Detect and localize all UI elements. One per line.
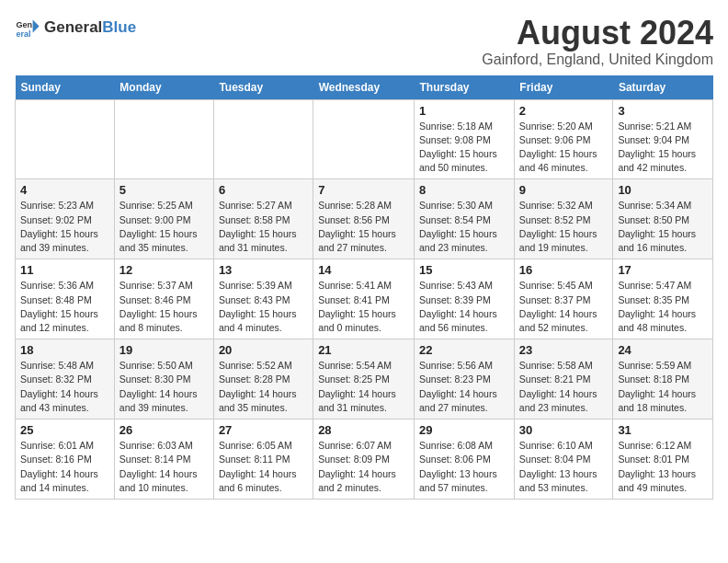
calendar-cell: 30Sunrise: 6:10 AM Sunset: 8:04 PM Dayli…: [514, 419, 613, 500]
title-block: August 2024 Gainford, England, United Ki…: [482, 15, 713, 68]
logo-blue: Blue: [102, 18, 136, 37]
day-info: Sunrise: 6:07 AM Sunset: 8:09 PM Dayligh…: [318, 439, 409, 495]
day-number: 11: [20, 263, 109, 277]
calendar-cell: 7Sunrise: 5:28 AM Sunset: 8:56 PM Daylig…: [313, 179, 415, 259]
calendar-body: 1Sunrise: 5:18 AM Sunset: 9:08 PM Daylig…: [16, 99, 713, 499]
day-info: Sunrise: 6:08 AM Sunset: 8:06 PM Dayligh…: [419, 439, 509, 495]
calendar-cell: 11Sunrise: 5:36 AM Sunset: 8:48 PM Dayli…: [16, 259, 115, 339]
day-of-week-header: Monday: [114, 75, 213, 100]
day-of-week-header: Thursday: [415, 75, 515, 100]
calendar-cell: [114, 99, 213, 179]
day-of-week-header: Sunday: [16, 75, 115, 100]
day-number: 19: [119, 343, 209, 357]
day-number: 7: [318, 183, 409, 197]
day-number: 31: [618, 423, 708, 437]
day-of-week-header: Friday: [514, 75, 613, 100]
day-info: Sunrise: 5:28 AM Sunset: 8:56 PM Dayligh…: [318, 199, 409, 255]
calendar-cell: 27Sunrise: 6:05 AM Sunset: 8:11 PM Dayli…: [213, 419, 313, 500]
day-info: Sunrise: 5:23 AM Sunset: 9:02 PM Dayligh…: [20, 199, 109, 255]
calendar-cell: 3Sunrise: 5:21 AM Sunset: 9:04 PM Daylig…: [613, 99, 713, 179]
calendar-cell: 10Sunrise: 5:34 AM Sunset: 8:50 PM Dayli…: [613, 179, 713, 259]
logo: Gen eral General Blue: [15, 15, 136, 40]
calendar-cell: 12Sunrise: 5:37 AM Sunset: 8:46 PM Dayli…: [114, 259, 213, 339]
day-number: 26: [119, 423, 209, 437]
day-info: Sunrise: 5:45 AM Sunset: 8:37 PM Dayligh…: [519, 279, 609, 335]
day-info: Sunrise: 5:32 AM Sunset: 8:52 PM Dayligh…: [519, 199, 609, 255]
day-info: Sunrise: 6:03 AM Sunset: 8:14 PM Dayligh…: [119, 439, 209, 495]
day-number: 2: [519, 104, 609, 118]
day-number: 25: [20, 423, 109, 437]
calendar-week-row: 1Sunrise: 5:18 AM Sunset: 9:08 PM Daylig…: [16, 99, 713, 179]
day-number: 8: [419, 183, 509, 197]
day-info: Sunrise: 5:25 AM Sunset: 9:00 PM Dayligh…: [119, 199, 209, 255]
svg-text:eral: eral: [16, 29, 30, 39]
calendar-header: SundayMondayTuesdayWednesdayThursdayFrid…: [16, 75, 713, 100]
day-of-week-header: Saturday: [613, 75, 713, 100]
day-info: Sunrise: 5:50 AM Sunset: 8:30 PM Dayligh…: [119, 359, 209, 415]
day-info: Sunrise: 5:43 AM Sunset: 8:39 PM Dayligh…: [419, 279, 509, 335]
calendar-cell: [213, 99, 313, 179]
day-number: 27: [219, 423, 308, 437]
subtitle: Gainford, England, United Kingdom: [482, 52, 713, 68]
day-number: 21: [318, 343, 409, 357]
day-info: Sunrise: 6:01 AM Sunset: 8:16 PM Dayligh…: [20, 439, 109, 495]
svg-text:Gen: Gen: [16, 20, 32, 29]
day-info: Sunrise: 5:52 AM Sunset: 8:28 PM Dayligh…: [219, 359, 308, 415]
day-info: Sunrise: 5:30 AM Sunset: 8:54 PM Dayligh…: [419, 199, 509, 255]
day-number: 18: [20, 343, 109, 357]
day-info: Sunrise: 5:41 AM Sunset: 8:41 PM Dayligh…: [318, 279, 409, 335]
calendar-week-row: 4Sunrise: 5:23 AM Sunset: 9:02 PM Daylig…: [16, 179, 713, 259]
calendar-cell: 23Sunrise: 5:58 AM Sunset: 8:21 PM Dayli…: [514, 339, 613, 419]
calendar-cell: 2Sunrise: 5:20 AM Sunset: 9:06 PM Daylig…: [514, 99, 613, 179]
calendar-week-row: 11Sunrise: 5:36 AM Sunset: 8:48 PM Dayli…: [16, 259, 713, 339]
day-number: 9: [519, 183, 609, 197]
day-number: 20: [219, 343, 308, 357]
day-info: Sunrise: 5:20 AM Sunset: 9:06 PM Dayligh…: [519, 120, 609, 176]
header-row: SundayMondayTuesdayWednesdayThursdayFrid…: [16, 75, 713, 100]
day-number: 15: [419, 263, 509, 277]
calendar-cell: 17Sunrise: 5:47 AM Sunset: 8:35 PM Dayli…: [613, 259, 713, 339]
day-number: 1: [419, 104, 509, 118]
calendar-cell: 9Sunrise: 5:32 AM Sunset: 8:52 PM Daylig…: [514, 179, 613, 259]
calendar-cell: 24Sunrise: 5:59 AM Sunset: 8:18 PM Dayli…: [613, 339, 713, 419]
day-info: Sunrise: 5:47 AM Sunset: 8:35 PM Dayligh…: [618, 279, 708, 335]
day-info: Sunrise: 6:12 AM Sunset: 8:01 PM Dayligh…: [618, 439, 708, 495]
calendar-cell: 14Sunrise: 5:41 AM Sunset: 8:41 PM Dayli…: [313, 259, 415, 339]
day-number: 3: [618, 104, 708, 118]
calendar-cell: 8Sunrise: 5:30 AM Sunset: 8:54 PM Daylig…: [415, 179, 515, 259]
page-header: Gen eral General Blue August 2024 Gainfo…: [15, 15, 713, 68]
calendar-cell: 31Sunrise: 6:12 AM Sunset: 8:01 PM Dayli…: [613, 419, 713, 500]
day-info: Sunrise: 5:34 AM Sunset: 8:50 PM Dayligh…: [618, 199, 708, 255]
day-number: 22: [419, 343, 509, 357]
calendar-cell: 6Sunrise: 5:27 AM Sunset: 8:58 PM Daylig…: [213, 179, 313, 259]
day-info: Sunrise: 6:05 AM Sunset: 8:11 PM Dayligh…: [219, 439, 308, 495]
calendar-table: SundayMondayTuesdayWednesdayThursdayFrid…: [15, 75, 713, 500]
logo-general: General: [44, 18, 102, 37]
day-number: 14: [318, 263, 409, 277]
logo-icon: Gen eral: [15, 15, 40, 40]
day-number: 5: [119, 183, 209, 197]
day-number: 17: [618, 263, 708, 277]
calendar-cell: 18Sunrise: 5:48 AM Sunset: 8:32 PM Dayli…: [16, 339, 115, 419]
day-number: 30: [519, 423, 609, 437]
calendar-cell: 16Sunrise: 5:45 AM Sunset: 8:37 PM Dayli…: [514, 259, 613, 339]
day-info: Sunrise: 5:36 AM Sunset: 8:48 PM Dayligh…: [20, 279, 109, 335]
calendar-cell: 20Sunrise: 5:52 AM Sunset: 8:28 PM Dayli…: [213, 339, 313, 419]
calendar-cell: [16, 99, 115, 179]
calendar-cell: 5Sunrise: 5:25 AM Sunset: 9:00 PM Daylig…: [114, 179, 213, 259]
calendar-cell: 29Sunrise: 6:08 AM Sunset: 8:06 PM Dayli…: [415, 419, 515, 500]
day-number: 16: [519, 263, 609, 277]
day-number: 10: [618, 183, 708, 197]
day-number: 29: [419, 423, 509, 437]
day-number: 24: [618, 343, 708, 357]
day-of-week-header: Tuesday: [213, 75, 313, 100]
day-info: Sunrise: 5:37 AM Sunset: 8:46 PM Dayligh…: [119, 279, 209, 335]
day-info: Sunrise: 5:21 AM Sunset: 9:04 PM Dayligh…: [618, 120, 708, 176]
day-info: Sunrise: 5:59 AM Sunset: 8:18 PM Dayligh…: [618, 359, 708, 415]
main-title: August 2024: [482, 15, 713, 52]
calendar-cell: 26Sunrise: 6:03 AM Sunset: 8:14 PM Dayli…: [114, 419, 213, 500]
day-number: 4: [20, 183, 109, 197]
day-info: Sunrise: 5:58 AM Sunset: 8:21 PM Dayligh…: [519, 359, 609, 415]
day-number: 12: [119, 263, 209, 277]
day-info: Sunrise: 5:27 AM Sunset: 8:58 PM Dayligh…: [219, 199, 308, 255]
